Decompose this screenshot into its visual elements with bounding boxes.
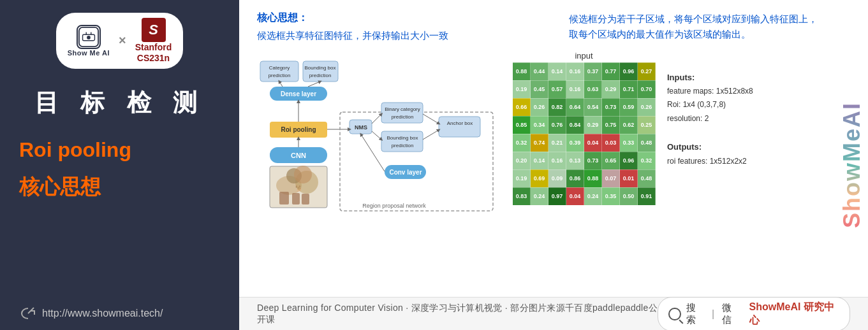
- grid-cell: 0.75: [602, 116, 620, 134]
- input-line2: Roi: 1x4 (0,3,7,8): [667, 98, 753, 112]
- svg-text:prediction: prediction: [392, 114, 414, 120]
- grid-cell: 0.71: [620, 80, 638, 98]
- grid-cell: 0.20: [513, 152, 531, 169]
- grid-cell: 0.83: [513, 187, 531, 205]
- svg-text:Conv layer: Conv layer: [389, 169, 422, 176]
- top-band: 核心思想： 候选框共享特征图特征，并保持输出大小一致 候选框分为若干子区域，将每…: [239, 0, 868, 48]
- x-separator: ×: [119, 33, 126, 48]
- svg-rect-42: [439, 117, 480, 137]
- svg-rect-24: [303, 61, 338, 82]
- grid-cell: 0.39: [566, 134, 584, 152]
- svg-rect-21: [260, 61, 298, 82]
- grid-cell: 0.29: [584, 116, 602, 134]
- grid-cell: 0.13: [566, 152, 584, 169]
- grid-cell: 0.45: [531, 80, 548, 98]
- grid-cell: 0.04: [566, 187, 584, 205]
- svg-rect-39: [381, 131, 423, 152]
- input-grid: 0.880.440.140.160.370.770.960.270.190.45…: [512, 62, 656, 206]
- grid-cell: 0.35: [602, 187, 620, 205]
- input-line1: feature maps: 1x512x8x8: [667, 85, 753, 99]
- svg-text:prediction: prediction: [268, 73, 291, 78]
- grid-cell: 0.66: [513, 98, 531, 116]
- link-icon: [19, 305, 37, 322]
- grid-cell: 0.70: [638, 80, 656, 98]
- core-idea-right: 候选框分为若干子区域，将每个区域对应到输入特征图上，取每个区域内的最大值作为该区…: [569, 11, 855, 43]
- svg-rect-36: [381, 103, 423, 123]
- logo-area: Show Me AI × S Stanford CS231n: [56, 13, 184, 69]
- stanford-logo: S Stanford CS231n: [135, 18, 172, 64]
- svg-text:Roi pooling: Roi pooling: [281, 126, 316, 133]
- grid-cell: 0.16: [548, 152, 566, 169]
- grid-cell: 0.50: [620, 187, 638, 205]
- grid-container: input 0.880.440.140.160.370.770.960.270.…: [512, 51, 656, 206]
- grid-cell: 0.25: [638, 116, 656, 134]
- grid-cell: 0.69: [531, 169, 548, 187]
- grid-cell: 0.03: [602, 134, 620, 152]
- roi-pooling-label: Roi pooling: [13, 138, 131, 162]
- grid-cell: 0.63: [584, 80, 602, 98]
- grid-cell: 0.09: [548, 169, 566, 187]
- inputs-heading: Inputs:: [667, 70, 753, 85]
- grid-cell: 0.62: [620, 116, 638, 134]
- sidebar-footer: http://www.showmeai.tech/: [13, 305, 163, 322]
- grid-cell: 0.19: [513, 80, 531, 98]
- sidebar: Show Me AI × S Stanford CS231n 目 标 检 测 R…: [0, 0, 239, 330]
- grid-cell: 0.14: [548, 62, 566, 80]
- showmeai-label: Show Me AI: [68, 49, 110, 57]
- grid-cell: 0.21: [548, 134, 566, 152]
- grid-cell: 0.86: [566, 169, 584, 187]
- grid-cell: 0.34: [531, 116, 548, 134]
- grid-cell: 0.96: [620, 62, 638, 80]
- grid-cell: 0.82: [548, 98, 566, 116]
- svg-point-2: [87, 36, 91, 39]
- stanford-s: S: [142, 18, 166, 42]
- grid-cell: 0.91: [638, 187, 656, 205]
- grid-cell: 0.88: [584, 169, 602, 187]
- svg-text:prediction: prediction: [309, 73, 332, 78]
- grid-cell: 0.44: [531, 62, 548, 80]
- footer-url: http://www.showmeai.tech/: [42, 308, 163, 319]
- svg-text:Dense layer: Dense layer: [281, 90, 316, 97]
- grid-cell: 0.07: [602, 169, 620, 187]
- search-widget[interactable]: 搜索 | 微信 ShowMeAI 研究中心: [658, 297, 850, 331]
- output-line1: roi features: 1x512x2x2: [667, 155, 753, 169]
- outputs-heading: Outputs:: [667, 140, 753, 154]
- svg-text:CNN: CNN: [291, 152, 306, 159]
- grid-cell: 0.01: [620, 169, 638, 187]
- grid-cell: 0.74: [531, 134, 548, 152]
- grid-cell: 0.57: [548, 80, 566, 98]
- info-panel: Inputs: feature maps: 1x512x8x8 Roi: 1x4…: [667, 51, 753, 169]
- grid-cell: 0.24: [531, 187, 548, 205]
- divider: |: [712, 308, 714, 320]
- grid-cell: 0.26: [531, 98, 548, 116]
- architecture-diagram: 🐕 CNN Roi pooling Dense layer: [257, 48, 499, 214]
- search-icon: [668, 308, 680, 320]
- showmeai-logo: Show Me AI: [68, 25, 110, 57]
- grid-cell: 0.84: [566, 116, 584, 134]
- grid-cell: 0.32: [638, 152, 656, 169]
- grid-cell: 0.32: [513, 134, 531, 152]
- grid-cell: 0.96: [620, 152, 638, 169]
- grid-label: input: [575, 51, 592, 61]
- middle-section: 🐕 CNN Roi pooling Dense layer: [239, 48, 868, 298]
- showmeai-icon: [77, 25, 101, 49]
- brand-label: ShowMeAI 研究中心: [749, 301, 839, 327]
- grid-cell: 0.88: [513, 62, 531, 80]
- grid-cell: 0.73: [584, 152, 602, 169]
- diagram-area: 🐕 CNN Roi pooling Dense layer: [257, 48, 499, 214]
- stanford-text: Stanford CS231n: [135, 42, 172, 64]
- svg-text:Bounding box: Bounding box: [387, 135, 418, 141]
- wechat-label: 微信: [722, 302, 740, 326]
- grid-area: input 0.880.440.140.160.370.770.960.270.…: [512, 48, 830, 206]
- svg-text:Binary category: Binary category: [385, 106, 420, 112]
- search-label: 搜索: [686, 302, 704, 326]
- core-idea-right-text: 候选框分为若干子区域，将每个区域对应到输入特征图上，取每个区域内的最大值作为该区…: [569, 11, 855, 42]
- core-idea-left: 核心思想： 候选框共享特征图特征，并保持输出大小一致: [257, 11, 543, 43]
- grid-cell: 0.85: [513, 116, 531, 134]
- svg-point-11: [294, 166, 312, 183]
- grid-cell: 0.29: [602, 80, 620, 98]
- svg-text:prediction: prediction: [392, 143, 414, 148]
- svg-text:Category: Category: [269, 65, 290, 71]
- main-content: ShowMeAI 核心思想： 候选框共享特征图特征，并保持输出大小一致 候选框分…: [239, 0, 868, 330]
- svg-rect-12: [279, 192, 289, 204]
